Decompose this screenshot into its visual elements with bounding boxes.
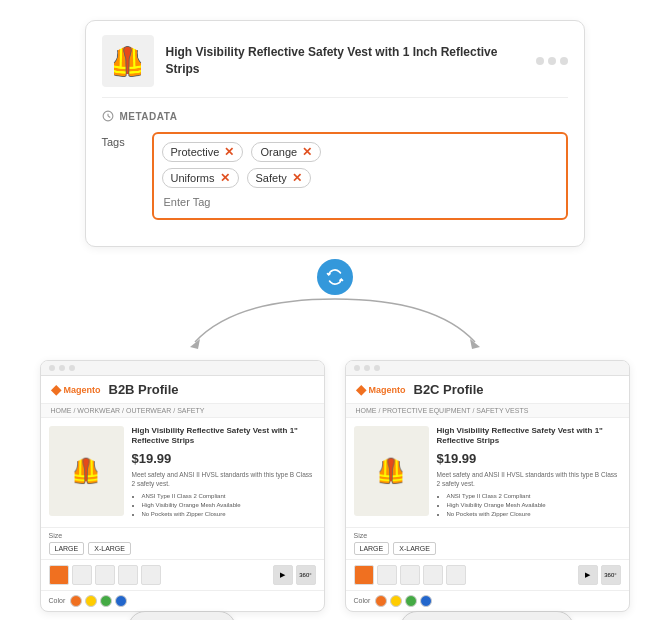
magento-text-b2b: Magento <box>64 385 101 395</box>
product-metadata-card: 🦺 High Visibility Reflective Safety Vest… <box>85 20 585 247</box>
browser-dot-6 <box>374 365 380 371</box>
product-desc-b2b: Meet safety and ANSI II HVSL standards w… <box>132 470 316 488</box>
dot-2 <box>548 57 556 65</box>
tag-protective: Protective ✕ <box>162 142 244 162</box>
breadcrumb-b2b: HOME / WORKWEAR / OUTERWEAR / SAFETY <box>41 404 324 418</box>
remove-tag-protective[interactable]: ✕ <box>224 146 234 158</box>
dot-3 <box>560 57 568 65</box>
size-large-b2b[interactable]: LARGE <box>49 542 85 555</box>
browser-bar-b2b <box>41 361 324 376</box>
category-label-b2b: Uniforms <box>128 611 235 620</box>
tag-input[interactable] <box>162 194 558 210</box>
magento-m-b2b: ◆ <box>51 382 61 397</box>
color-green-b2c[interactable] <box>405 595 417 607</box>
product-image: 🦺 <box>102 35 154 87</box>
color-blue-b2c[interactable] <box>420 595 432 607</box>
remove-tag-uniforms[interactable]: ✕ <box>220 172 230 184</box>
size-buttons-b2c: LARGE X-LARGE <box>354 542 621 555</box>
browser-bar-b2c <box>346 361 629 376</box>
product-title: High Visibility Reflective Safety Vest w… <box>166 44 524 78</box>
metadata-label: METADATA <box>102 110 568 122</box>
size-large-b2c[interactable]: LARGE <box>354 542 390 555</box>
size-buttons-b2b: LARGE X-LARGE <box>49 542 316 555</box>
thumb-1-b2b <box>49 565 69 585</box>
size-xlarge-b2b[interactable]: X-LARGE <box>88 542 131 555</box>
thumb-2-b2b <box>72 565 92 585</box>
thumb-3-b2c <box>400 565 420 585</box>
metadata-section: METADATA Tags Protective ✕ Orange ✕ <box>102 110 568 220</box>
color-green-b2b[interactable] <box>100 595 112 607</box>
magento-m-b2c: ◆ <box>356 382 366 397</box>
color-orange-b2b[interactable] <box>70 595 82 607</box>
product-name-b2b: High Visibility Reflective Safety Vest w… <box>132 426 316 447</box>
view-controls-b2b: ▶ 360° <box>273 565 316 585</box>
product-header: 🦺 High Visibility Reflective Safety Vest… <box>102 35 568 98</box>
size-section-b2c: Size LARGE X-LARGE <box>346 527 629 559</box>
browser-dot-4 <box>354 365 360 371</box>
remove-tag-safety[interactable]: ✕ <box>292 172 302 184</box>
product-details-b2c: High Visibility Reflective Safety Vest w… <box>437 426 621 519</box>
tags-row: Tags Protective ✕ Orange ✕ Uniforms ✕ <box>102 132 568 220</box>
color-label-b2b: Color <box>49 597 66 604</box>
arrows-container <box>105 297 565 352</box>
profile-content-b2c: 🦺 High Visibility Reflective Safety Vest… <box>346 418 629 527</box>
size-xlarge-b2c[interactable]: X-LARGE <box>393 542 436 555</box>
card-controls <box>536 57 568 65</box>
b2b-profile-card: ◆ Magento B2B Profile HOME / WORKWEAR / … <box>40 360 325 612</box>
thumb-5-b2b <box>141 565 161 585</box>
vest-icon: 🦺 <box>110 45 145 78</box>
color-yellow-b2c[interactable] <box>390 595 402 607</box>
thumb-5-b2c <box>446 565 466 585</box>
tags-container[interactable]: Protective ✕ Orange ✕ Uniforms ✕ Safety <box>152 132 568 220</box>
size-label-b2b: Size <box>49 532 63 539</box>
product-desc-b2c: Meet safety and ANSI II HVSL standards w… <box>437 470 621 488</box>
color-row-b2c: Color <box>346 590 629 611</box>
remove-tag-orange[interactable]: ✕ <box>302 146 312 158</box>
sync-icon <box>325 267 345 287</box>
product-img-b2b: 🦺 <box>49 426 124 516</box>
svg-line-2 <box>108 116 110 118</box>
tag-safety: Safety ✕ <box>247 168 311 188</box>
thumb-1-b2c <box>354 565 374 585</box>
product-img-b2c: 🦺 <box>354 426 429 516</box>
size-section-b2b: Size LARGE X-LARGE <box>41 527 324 559</box>
tag-orange: Orange ✕ <box>251 142 321 162</box>
tags-row-2: Uniforms ✕ Safety ✕ <box>162 168 558 188</box>
thumb-3-b2b <box>95 565 115 585</box>
magento-logo-b2b: ◆ Magento <box>51 382 101 397</box>
flow-arrows <box>105 297 565 352</box>
profile-content-b2b: 🦺 High Visibility Reflective Safety Vest… <box>41 418 324 527</box>
b2b-profile-wrapper: ◆ Magento B2B Profile HOME / WORKWEAR / … <box>40 360 325 620</box>
browser-dot-1 <box>49 365 55 371</box>
thumbnails-row-b2b: ▶ 360° <box>41 559 324 590</box>
dot-1 <box>536 57 544 65</box>
thumb-2-b2c <box>377 565 397 585</box>
product-bullets-b2c: ANSI Type II Class 2 Compliant High Visi… <box>437 492 621 519</box>
bottom-section: ◆ Magento B2B Profile HOME / WORKWEAR / … <box>40 360 630 620</box>
color-orange-b2c[interactable] <box>375 595 387 607</box>
thumbnails-row-b2c: ▶ 360° <box>346 559 629 590</box>
color-row-b2b: Color <box>41 590 324 611</box>
svg-marker-4 <box>470 339 480 349</box>
thumb-4-b2c <box>423 565 443 585</box>
browser-dot-3 <box>69 365 75 371</box>
magento-logo-b2c: ◆ Magento <box>356 382 406 397</box>
color-label-b2c: Color <box>354 597 371 604</box>
product-bullets-b2b: ANSI Type II Class 2 Compliant High Visi… <box>132 492 316 519</box>
tags-label: Tags <box>102 132 142 148</box>
product-price-b2b: $19.99 <box>132 451 316 466</box>
sync-section <box>105 259 565 352</box>
color-blue-b2b[interactable] <box>115 595 127 607</box>
magento-text-b2c: Magento <box>369 385 406 395</box>
b2c-profile-card: ◆ Magento B2C Profile HOME / PROTECTIVE … <box>345 360 630 612</box>
product-details-b2b: High Visibility Reflective Safety Vest w… <box>132 426 316 519</box>
profile-type-b2b: B2B Profile <box>109 382 179 397</box>
color-yellow-b2b[interactable] <box>85 595 97 607</box>
browser-dot-5 <box>364 365 370 371</box>
clock-icon <box>102 110 114 122</box>
sync-button[interactable] <box>317 259 353 295</box>
b2c-profile-wrapper: ◆ Magento B2C Profile HOME / PROTECTIVE … <box>345 360 630 620</box>
profile-header-b2c: ◆ Magento B2C Profile <box>346 376 629 404</box>
browser-dot-2 <box>59 365 65 371</box>
profile-header-b2b: ◆ Magento B2B Profile <box>41 376 324 404</box>
